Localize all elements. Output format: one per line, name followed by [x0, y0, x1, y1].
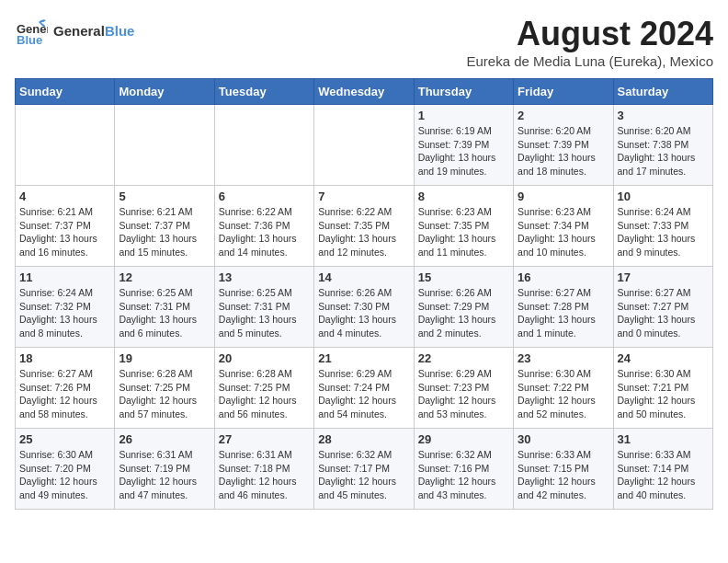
day-number: 11 — [19, 270, 110, 284]
day-number: 7 — [318, 190, 409, 203]
day-info: Sunrise: 6:29 AM Sunset: 7:23 PM Dayligh… — [418, 367, 509, 421]
day-info: Sunrise: 6:32 AM Sunset: 7:16 PM Dayligh… — [418, 448, 509, 502]
days-header-row: SundayMondayTuesdayWednesdayThursdayFrid… — [16, 79, 713, 105]
title-area: August 2024 Eureka de Media Luna (Eureka… — [467, 15, 713, 69]
day-info: Sunrise: 6:20 AM Sunset: 7:38 PM Dayligh… — [618, 124, 709, 178]
calendar-subtitle: Eureka de Media Luna (Eureka), Mexico — [467, 53, 713, 69]
day-info: Sunrise: 6:27 AM Sunset: 7:26 PM Dayligh… — [19, 367, 110, 421]
calendar-cell: 10Sunrise: 6:24 AM Sunset: 7:33 PM Dayli… — [613, 186, 712, 267]
day-number: 26 — [119, 432, 210, 446]
logo: General Blue GeneralBlue — [15, 15, 134, 48]
calendar-cell: 28Sunrise: 6:32 AM Sunset: 7:17 PM Dayli… — [314, 429, 414, 510]
day-info: Sunrise: 6:28 AM Sunset: 7:25 PM Dayligh… — [219, 367, 310, 421]
calendar-cell: 20Sunrise: 6:28 AM Sunset: 7:25 PM Dayli… — [214, 348, 313, 429]
header: General Blue GeneralBlue August 2024 Eur… — [15, 15, 713, 69]
calendar-cell — [16, 105, 115, 186]
day-info: Sunrise: 6:28 AM Sunset: 7:25 PM Dayligh… — [119, 367, 210, 421]
day-info: Sunrise: 6:31 AM Sunset: 7:18 PM Dayligh… — [219, 448, 310, 502]
calendar-cell: 24Sunrise: 6:30 AM Sunset: 7:21 PM Dayli… — [613, 348, 712, 429]
day-number: 20 — [219, 351, 310, 365]
calendar-title: August 2024 — [467, 15, 713, 53]
calendar-cell: 16Sunrise: 6:27 AM Sunset: 7:28 PM Dayli… — [514, 267, 613, 348]
day-info: Sunrise: 6:24 AM Sunset: 7:33 PM Dayligh… — [618, 205, 709, 259]
day-number: 1 — [418, 109, 509, 122]
day-info: Sunrise: 6:27 AM Sunset: 7:27 PM Dayligh… — [618, 286, 709, 340]
calendar-cell: 15Sunrise: 6:26 AM Sunset: 7:29 PM Dayli… — [414, 267, 513, 348]
calendar-cell: 12Sunrise: 6:25 AM Sunset: 7:31 PM Dayli… — [115, 267, 214, 348]
calendar-cell: 6Sunrise: 6:22 AM Sunset: 7:36 PM Daylig… — [214, 186, 313, 267]
day-info: Sunrise: 6:26 AM Sunset: 7:29 PM Dayligh… — [418, 286, 509, 340]
day-header-friday: Friday — [514, 79, 613, 105]
logo-general-text: General — [53, 23, 105, 39]
day-info: Sunrise: 6:20 AM Sunset: 7:39 PM Dayligh… — [518, 124, 609, 178]
day-info: Sunrise: 6:22 AM Sunset: 7:36 PM Dayligh… — [219, 205, 310, 259]
day-number: 5 — [119, 190, 210, 203]
day-info: Sunrise: 6:25 AM Sunset: 7:31 PM Dayligh… — [219, 286, 310, 340]
day-info: Sunrise: 6:27 AM Sunset: 7:28 PM Dayligh… — [518, 286, 609, 340]
day-number: 2 — [518, 109, 609, 122]
day-number: 9 — [518, 190, 609, 203]
calendar-cell: 22Sunrise: 6:29 AM Sunset: 7:23 PM Dayli… — [414, 348, 513, 429]
day-number: 3 — [618, 109, 709, 122]
day-number: 22 — [418, 351, 509, 365]
calendar-cell: 21Sunrise: 6:29 AM Sunset: 7:24 PM Dayli… — [314, 348, 414, 429]
calendar-cell — [214, 105, 313, 186]
day-number: 10 — [618, 190, 709, 203]
day-info: Sunrise: 6:21 AM Sunset: 7:37 PM Dayligh… — [19, 205, 110, 259]
calendar-cell: 11Sunrise: 6:24 AM Sunset: 7:32 PM Dayli… — [16, 267, 115, 348]
calendar-cell: 23Sunrise: 6:30 AM Sunset: 7:22 PM Dayli… — [514, 348, 613, 429]
calendar-cell: 17Sunrise: 6:27 AM Sunset: 7:27 PM Dayli… — [613, 267, 712, 348]
day-number: 15 — [418, 270, 509, 284]
calendar-cell: 18Sunrise: 6:27 AM Sunset: 7:26 PM Dayli… — [16, 348, 115, 429]
day-number: 17 — [618, 270, 709, 284]
day-number: 21 — [318, 351, 409, 365]
day-header-wednesday: Wednesday — [314, 79, 414, 105]
day-info: Sunrise: 6:33 AM Sunset: 7:14 PM Dayligh… — [618, 448, 709, 502]
calendar-cell: 19Sunrise: 6:28 AM Sunset: 7:25 PM Dayli… — [115, 348, 214, 429]
day-info: Sunrise: 6:33 AM Sunset: 7:15 PM Dayligh… — [518, 448, 609, 502]
calendar-cell: 27Sunrise: 6:31 AM Sunset: 7:18 PM Dayli… — [214, 429, 313, 510]
week-row-2: 4Sunrise: 6:21 AM Sunset: 7:37 PM Daylig… — [16, 186, 713, 267]
day-header-monday: Monday — [115, 79, 214, 105]
calendar-cell: 25Sunrise: 6:30 AM Sunset: 7:20 PM Dayli… — [16, 429, 115, 510]
day-number: 4 — [19, 190, 110, 203]
day-number: 8 — [418, 190, 509, 203]
day-number: 28 — [318, 432, 409, 446]
calendar-cell: 8Sunrise: 6:23 AM Sunset: 7:35 PM Daylig… — [414, 186, 513, 267]
day-info: Sunrise: 6:19 AM Sunset: 7:39 PM Dayligh… — [418, 124, 509, 178]
day-number: 29 — [418, 432, 509, 446]
day-number: 23 — [518, 351, 609, 365]
week-row-5: 25Sunrise: 6:30 AM Sunset: 7:20 PM Dayli… — [16, 429, 713, 510]
day-number: 19 — [119, 351, 210, 365]
day-number: 6 — [219, 190, 310, 203]
day-info: Sunrise: 6:26 AM Sunset: 7:30 PM Dayligh… — [318, 286, 409, 340]
calendar-cell — [115, 105, 214, 186]
calendar-cell: 14Sunrise: 6:26 AM Sunset: 7:30 PM Dayli… — [314, 267, 414, 348]
day-number: 24 — [618, 351, 709, 365]
day-info: Sunrise: 6:24 AM Sunset: 7:32 PM Dayligh… — [19, 286, 110, 340]
day-info: Sunrise: 6:30 AM Sunset: 7:21 PM Dayligh… — [618, 367, 709, 421]
day-info: Sunrise: 6:29 AM Sunset: 7:24 PM Dayligh… — [318, 367, 409, 421]
day-header-saturday: Saturday — [613, 79, 712, 105]
day-number: 31 — [618, 432, 709, 446]
day-header-thursday: Thursday — [414, 79, 513, 105]
day-number: 18 — [19, 351, 110, 365]
calendar-cell: 4Sunrise: 6:21 AM Sunset: 7:37 PM Daylig… — [16, 186, 115, 267]
day-header-tuesday: Tuesday — [214, 79, 313, 105]
day-info: Sunrise: 6:23 AM Sunset: 7:34 PM Dayligh… — [518, 205, 609, 259]
day-number: 27 — [219, 432, 310, 446]
calendar-cell: 30Sunrise: 6:33 AM Sunset: 7:15 PM Dayli… — [514, 429, 613, 510]
day-number: 25 — [19, 432, 110, 446]
week-row-4: 18Sunrise: 6:27 AM Sunset: 7:26 PM Dayli… — [16, 348, 713, 429]
day-number: 14 — [318, 270, 409, 284]
day-number: 12 — [119, 270, 210, 284]
day-number: 13 — [219, 270, 310, 284]
calendar-cell: 3Sunrise: 6:20 AM Sunset: 7:38 PM Daylig… — [613, 105, 712, 186]
calendar-cell: 29Sunrise: 6:32 AM Sunset: 7:16 PM Dayli… — [414, 429, 513, 510]
day-info: Sunrise: 6:31 AM Sunset: 7:19 PM Dayligh… — [119, 448, 210, 502]
week-row-3: 11Sunrise: 6:24 AM Sunset: 7:32 PM Dayli… — [16, 267, 713, 348]
calendar-cell: 2Sunrise: 6:20 AM Sunset: 7:39 PM Daylig… — [514, 105, 613, 186]
calendar-cell: 1Sunrise: 6:19 AM Sunset: 7:39 PM Daylig… — [414, 105, 513, 186]
day-info: Sunrise: 6:32 AM Sunset: 7:17 PM Dayligh… — [318, 448, 409, 502]
day-info: Sunrise: 6:25 AM Sunset: 7:31 PM Dayligh… — [119, 286, 210, 340]
